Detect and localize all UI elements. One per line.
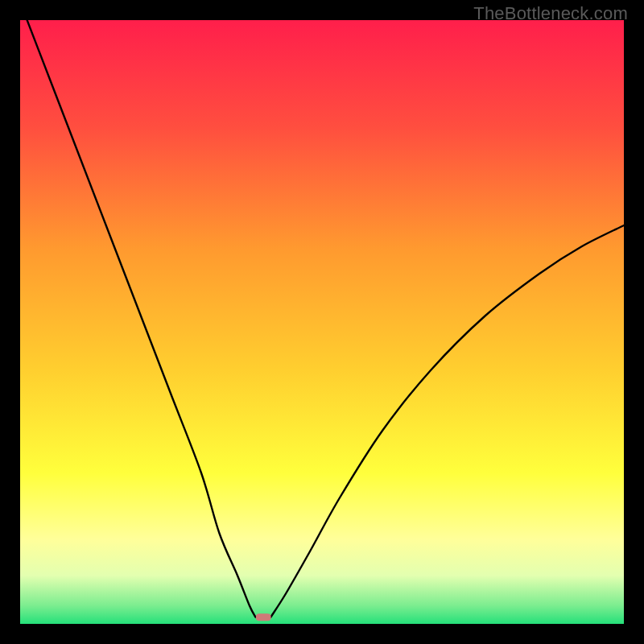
chart-frame: TheBottleneck.com [0, 0, 644, 644]
min-marker [256, 613, 271, 621]
chart-svg [20, 20, 624, 624]
watermark-text: TheBottleneck.com [473, 3, 628, 24]
plot-background [20, 20, 624, 624]
